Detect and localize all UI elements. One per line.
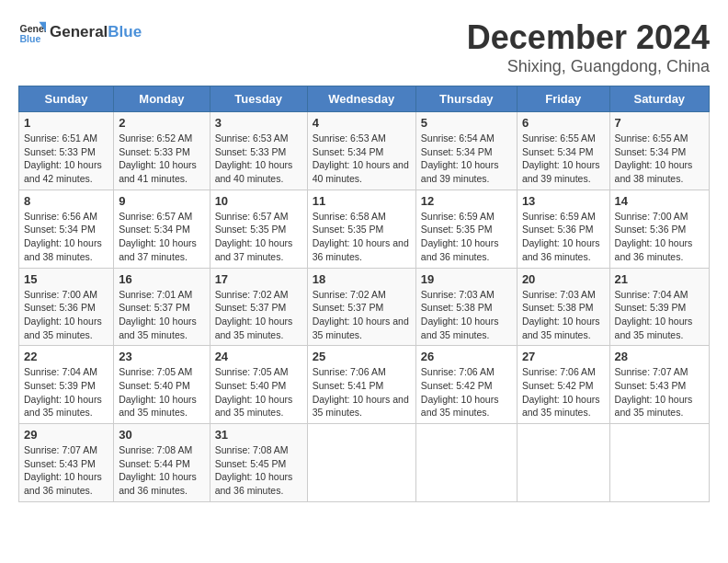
calendar-cell: 19Sunrise: 7:03 AMSunset: 5:38 PMDayligh… xyxy=(415,268,517,346)
day-number: 13 xyxy=(522,194,605,208)
day-info: Sunrise: 7:07 AMSunset: 5:43 PMDaylight:… xyxy=(24,443,108,498)
day-info: Sunrise: 7:02 AMSunset: 5:37 PMDaylight:… xyxy=(313,288,411,342)
day-number: 24 xyxy=(215,350,302,363)
day-number: 12 xyxy=(421,194,512,208)
day-number: 23 xyxy=(119,350,204,363)
day-info: Sunrise: 7:00 AMSunset: 5:36 PMDaylight:… xyxy=(615,210,704,264)
calendar-week-row: 22Sunrise: 7:04 AMSunset: 5:39 PMDayligh… xyxy=(19,346,710,424)
calendar-cell: 8Sunrise: 6:56 AMSunset: 5:34 PMDaylight… xyxy=(19,190,114,268)
day-number: 16 xyxy=(119,272,204,286)
day-number: 3 xyxy=(215,116,302,130)
logo-icon: General Blue xyxy=(18,18,46,46)
calendar-cell: 6Sunrise: 6:55 AMSunset: 5:34 PMDaylight… xyxy=(517,112,609,190)
day-info: Sunrise: 7:06 AMSunset: 5:41 PMDaylight:… xyxy=(313,365,411,419)
weekday-header-tuesday: Tuesday xyxy=(210,86,307,112)
day-info: Sunrise: 7:01 AMSunset: 5:37 PMDaylight:… xyxy=(119,288,204,342)
weekday-header-monday: Monday xyxy=(114,86,210,112)
calendar-week-row: 15Sunrise: 7:00 AMSunset: 5:36 PMDayligh… xyxy=(19,268,710,346)
day-info: Sunrise: 7:08 AMSunset: 5:44 PMDaylight:… xyxy=(119,443,204,498)
calendar-cell: 18Sunrise: 7:02 AMSunset: 5:37 PMDayligh… xyxy=(307,268,415,346)
calendar-cell: 31Sunrise: 7:08 AMSunset: 5:45 PMDayligh… xyxy=(210,424,307,502)
day-number: 8 xyxy=(24,194,108,208)
calendar-cell xyxy=(307,424,415,502)
calendar-cell: 27Sunrise: 7:06 AMSunset: 5:42 PMDayligh… xyxy=(517,346,609,424)
day-info: Sunrise: 7:04 AMSunset: 5:39 PMDaylight:… xyxy=(24,365,108,419)
day-info: Sunrise: 6:57 AMSunset: 5:35 PMDaylight:… xyxy=(215,210,302,264)
calendar-cell: 30Sunrise: 7:08 AMSunset: 5:44 PMDayligh… xyxy=(114,424,210,502)
day-number: 1 xyxy=(24,116,108,130)
day-number: 20 xyxy=(522,272,605,286)
day-info: Sunrise: 7:06 AMSunset: 5:42 PMDaylight:… xyxy=(421,365,512,419)
day-number: 29 xyxy=(24,428,108,442)
page-title: December 2024 xyxy=(467,18,710,57)
calendar-cell: 15Sunrise: 7:00 AMSunset: 5:36 PMDayligh… xyxy=(19,268,114,346)
day-number: 26 xyxy=(421,350,512,363)
day-number: 17 xyxy=(215,272,302,286)
calendar-cell: 14Sunrise: 7:00 AMSunset: 5:36 PMDayligh… xyxy=(609,190,709,268)
calendar-cell: 1Sunrise: 6:51 AMSunset: 5:33 PMDaylight… xyxy=(19,112,114,190)
day-number: 19 xyxy=(421,272,512,286)
calendar-cell: 4Sunrise: 6:53 AMSunset: 5:34 PMDaylight… xyxy=(307,112,415,190)
day-number: 31 xyxy=(215,428,302,442)
day-info: Sunrise: 6:59 AMSunset: 5:36 PMDaylight:… xyxy=(522,210,605,264)
calendar-cell: 3Sunrise: 6:53 AMSunset: 5:33 PMDaylight… xyxy=(210,112,307,190)
day-info: Sunrise: 7:05 AMSunset: 5:40 PMDaylight:… xyxy=(215,365,302,419)
day-info: Sunrise: 6:55 AMSunset: 5:34 PMDaylight:… xyxy=(615,132,704,186)
day-info: Sunrise: 6:53 AMSunset: 5:33 PMDaylight:… xyxy=(215,132,302,186)
calendar-cell: 16Sunrise: 7:01 AMSunset: 5:37 PMDayligh… xyxy=(114,268,210,346)
calendar-cell xyxy=(609,424,709,502)
day-info: Sunrise: 6:59 AMSunset: 5:35 PMDaylight:… xyxy=(421,210,512,264)
calendar-table: SundayMondayTuesdayWednesdayThursdayFrid… xyxy=(18,86,710,502)
day-info: Sunrise: 7:06 AMSunset: 5:42 PMDaylight:… xyxy=(522,365,605,419)
calendar-cell: 29Sunrise: 7:07 AMSunset: 5:43 PMDayligh… xyxy=(19,424,114,502)
calendar-cell: 17Sunrise: 7:02 AMSunset: 5:37 PMDayligh… xyxy=(210,268,307,346)
calendar-cell: 26Sunrise: 7:06 AMSunset: 5:42 PMDayligh… xyxy=(415,346,517,424)
day-info: Sunrise: 7:02 AMSunset: 5:37 PMDaylight:… xyxy=(215,288,302,342)
weekday-header-friday: Friday xyxy=(517,86,609,112)
calendar-cell: 24Sunrise: 7:05 AMSunset: 5:40 PMDayligh… xyxy=(210,346,307,424)
day-number: 4 xyxy=(313,116,411,130)
day-info: Sunrise: 6:52 AMSunset: 5:33 PMDaylight:… xyxy=(119,132,204,186)
calendar-cell: 13Sunrise: 6:59 AMSunset: 5:36 PMDayligh… xyxy=(517,190,609,268)
calendar-cell: 28Sunrise: 7:07 AMSunset: 5:43 PMDayligh… xyxy=(609,346,709,424)
day-number: 11 xyxy=(313,194,411,208)
day-number: 9 xyxy=(119,194,204,208)
day-info: Sunrise: 6:54 AMSunset: 5:34 PMDaylight:… xyxy=(421,132,512,186)
day-info: Sunrise: 7:05 AMSunset: 5:40 PMDaylight:… xyxy=(119,365,204,419)
logo: General Blue GeneralBlue xyxy=(18,18,142,46)
calendar-cell: 7Sunrise: 6:55 AMSunset: 5:34 PMDaylight… xyxy=(609,112,709,190)
day-info: Sunrise: 7:03 AMSunset: 5:38 PMDaylight:… xyxy=(522,288,605,342)
day-info: Sunrise: 6:53 AMSunset: 5:34 PMDaylight:… xyxy=(313,132,411,186)
day-number: 27 xyxy=(522,350,605,363)
day-number: 6 xyxy=(522,116,605,130)
calendar-cell: 12Sunrise: 6:59 AMSunset: 5:35 PMDayligh… xyxy=(415,190,517,268)
day-number: 28 xyxy=(615,350,704,363)
calendar-cell: 10Sunrise: 6:57 AMSunset: 5:35 PMDayligh… xyxy=(210,190,307,268)
calendar-cell: 21Sunrise: 7:04 AMSunset: 5:39 PMDayligh… xyxy=(609,268,709,346)
day-number: 15 xyxy=(24,272,108,286)
day-number: 22 xyxy=(24,350,108,363)
day-info: Sunrise: 6:57 AMSunset: 5:34 PMDaylight:… xyxy=(119,210,204,264)
day-info: Sunrise: 6:55 AMSunset: 5:34 PMDaylight:… xyxy=(522,132,605,186)
calendar-cell xyxy=(415,424,517,502)
page-header: General Blue GeneralBlue December 2024 S… xyxy=(18,18,710,76)
day-info: Sunrise: 6:51 AMSunset: 5:33 PMDaylight:… xyxy=(24,132,108,186)
day-number: 5 xyxy=(421,116,512,130)
day-number: 25 xyxy=(313,350,411,363)
day-info: Sunrise: 7:08 AMSunset: 5:45 PMDaylight:… xyxy=(215,443,302,498)
day-number: 7 xyxy=(615,116,704,130)
day-number: 10 xyxy=(215,194,302,208)
weekday-header-wednesday: Wednesday xyxy=(307,86,415,112)
calendar-cell: 11Sunrise: 6:58 AMSunset: 5:35 PMDayligh… xyxy=(307,190,415,268)
calendar-cell: 9Sunrise: 6:57 AMSunset: 5:34 PMDaylight… xyxy=(114,190,210,268)
weekday-header-sunday: Sunday xyxy=(19,86,114,112)
calendar-cell: 20Sunrise: 7:03 AMSunset: 5:38 PMDayligh… xyxy=(517,268,609,346)
day-number: 14 xyxy=(615,194,704,208)
day-info: Sunrise: 7:03 AMSunset: 5:38 PMDaylight:… xyxy=(421,288,512,342)
svg-text:Blue: Blue xyxy=(20,33,41,44)
weekday-header-saturday: Saturday xyxy=(609,86,709,112)
day-info: Sunrise: 7:07 AMSunset: 5:43 PMDaylight:… xyxy=(615,365,704,419)
logo-general-text: General xyxy=(50,23,108,41)
day-info: Sunrise: 7:04 AMSunset: 5:39 PMDaylight:… xyxy=(615,288,704,342)
calendar-cell: 2Sunrise: 6:52 AMSunset: 5:33 PMDaylight… xyxy=(114,112,210,190)
